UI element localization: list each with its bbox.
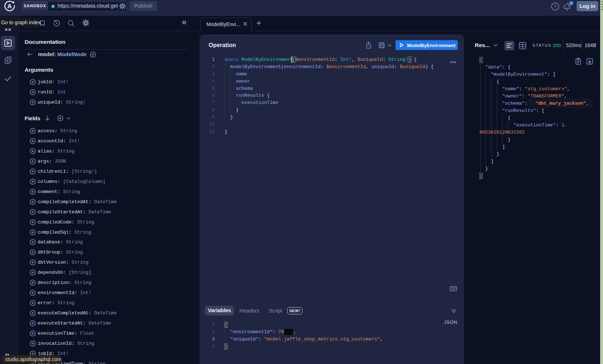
- svg-text:?: ?: [554, 4, 557, 9]
- svg-text:A: A: [7, 3, 12, 10]
